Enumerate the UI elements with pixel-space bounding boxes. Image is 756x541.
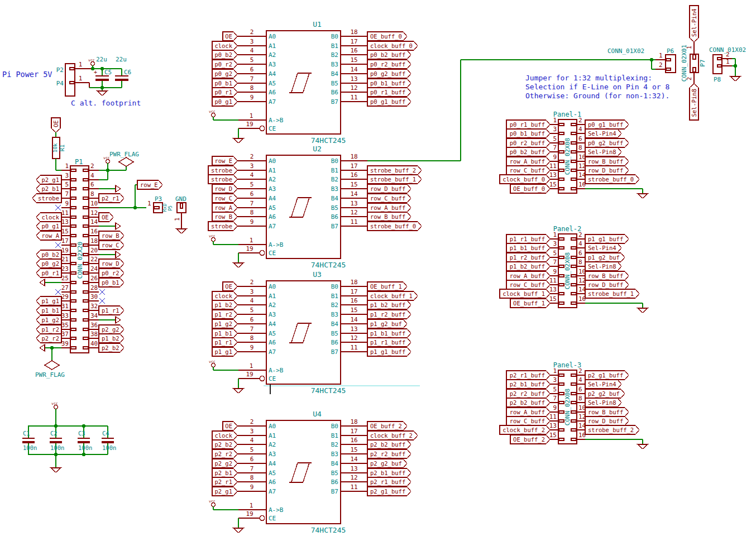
- pwr-flag-icon[interactable]: PWR_FLAG: [109, 151, 139, 166]
- net-label-p2_g1_buff[interactable]: p2_g1_buff: [585, 371, 629, 380]
- net-label-p2_g2[interactable]: p2_g2: [212, 459, 237, 468]
- net-label-p0_r1_buff[interactable]: p0_r1_buff: [367, 88, 411, 97]
- net-label-p2_g1[interactable]: p2_g1: [212, 487, 237, 496]
- net-label-row_B[interactable]: row_B: [212, 212, 237, 221]
- value-U1[interactable]: 74HCT245: [311, 136, 346, 145]
- net-label-p2_g1_buff[interactable]: p2_g1_buff: [367, 487, 411, 496]
- net-label-strobe[interactable]: strobe: [208, 222, 237, 231]
- net-label-p0_b1_buff[interactable]: p0_b1_buff: [367, 79, 411, 88]
- note-pi-power[interactable]: Pi Power 5V: [2, 70, 52, 79]
- ref-P2[interactable]: P2: [56, 66, 64, 74]
- vcc-symbol-icon[interactable]: vcc: [88, 58, 95, 69]
- net-label-p0_b2_buff[interactable]: p0_b2_buff: [506, 147, 550, 156]
- net-label-row_C_buff[interactable]: row_C_buff: [506, 416, 550, 425]
- note-jumper-3[interactable]: Otherwise: Ground (for non-1:32).: [525, 92, 669, 100]
- net-label-row_C_buff[interactable]: row_C_buff: [506, 280, 550, 289]
- gnd-symbol-icon[interactable]: [233, 263, 243, 267]
- net-label-p2_r1[interactable]: p2_r1: [99, 194, 124, 203]
- ref-C5[interactable]: C5: [104, 69, 112, 76]
- value-C5[interactable]: 22u: [96, 56, 107, 63]
- ref-U4[interactable]: U4: [313, 410, 322, 418]
- net-label-strobe_buff_0[interactable]: strobe_buff_0: [585, 175, 639, 184]
- ref-cap[interactable]: C4: [102, 430, 109, 437]
- gnd-symbol-icon[interactable]: [97, 91, 107, 95]
- net-label-OE_buff_1[interactable]: OE_buff_1: [367, 282, 407, 291]
- net-label-p0_g2_buff[interactable]: p0_g2_buff: [585, 138, 629, 147]
- net-label-OE_buff_1[interactable]: OE_buff_1: [510, 299, 550, 308]
- net-label-strobe_buff_1[interactable]: strobe_buff_1: [585, 289, 639, 298]
- vcc-symbol-icon[interactable]: vcc: [209, 499, 216, 510]
- net-label-OE[interactable]: OE: [99, 213, 113, 222]
- net-label-p2_b1_buff[interactable]: p2_b1_buff: [367, 468, 411, 477]
- cap-plate[interactable]: [102, 441, 114, 443]
- net-label-p2_b1_buff[interactable]: p2_b1_buff: [506, 380, 550, 389]
- net-label-row_D_buff[interactable]: row_D_buff: [585, 280, 629, 289]
- net-label-strobe_buff_2[interactable]: strobe_buff_2: [585, 425, 639, 434]
- net-label-p0_b1[interactable]: p0_b1: [212, 79, 237, 88]
- gnd-arrow-icon[interactable]: [116, 317, 121, 323]
- value-P5-gnd[interactable]: GND: [175, 195, 186, 203]
- value-Panel-1[interactable]: CONN_02X08: [564, 138, 571, 175]
- net-label-p0_g2[interactable]: p0_g2: [212, 69, 237, 78]
- ref-P5[interactable]: P5: [168, 205, 173, 211]
- net-label-strobe[interactable]: strobe: [32, 194, 61, 203]
- net-label-p1_g1_buff[interactable]: p1_g1_buff: [585, 234, 629, 243]
- net-label-p1_r2_buff[interactable]: p1_r2_buff: [506, 253, 550, 262]
- net-label-p1_b1_buff[interactable]: p1_b1_buff: [367, 329, 411, 338]
- vcc-symbol-icon[interactable]: vcc: [209, 234, 216, 245]
- net-label-p0_g1[interactable]: p0_g1: [36, 222, 61, 231]
- net-label-row_C[interactable]: row_C: [212, 194, 237, 203]
- net-label-row_E[interactable]: row_E: [137, 180, 162, 189]
- cap-plate[interactable]: [50, 438, 62, 439]
- gnd-symbol-icon[interactable]: [176, 229, 186, 233]
- net-label-row_A[interactable]: row_A: [36, 231, 61, 240]
- net-label-strobe_buff_2[interactable]: strobe_buff_2: [367, 166, 422, 175]
- net-label-row_E[interactable]: row_E: [212, 156, 237, 165]
- net-label-p0_r2[interactable]: p0_r2: [212, 60, 237, 69]
- value-U3[interactable]: 74HCT245: [311, 386, 346, 395]
- net-label-p2_b1[interactable]: p2_b1: [212, 468, 237, 477]
- net-label-row_A_buff[interactable]: row_A_buff: [506, 157, 550, 166]
- net-label-p2_r2[interactable]: p2_r2: [212, 449, 237, 458]
- ref-P3[interactable]: P3: [155, 195, 162, 203]
- net-label-clock[interactable]: clock: [212, 431, 237, 440]
- ref-P7[interactable]: P7: [699, 59, 706, 66]
- gnd-symbol-icon[interactable]: [638, 194, 648, 198]
- net-label-p1_r2[interactable]: p1_r2: [212, 310, 237, 319]
- value-U4[interactable]: 74HCT245: [311, 526, 346, 534]
- net-label-Sel-Pin8[interactable]: Sel-Pin8: [690, 84, 698, 120]
- vcc-symbol-icon[interactable]: vcc: [51, 401, 58, 412]
- net-label-row_D_buff[interactable]: row_D_buff: [367, 184, 411, 193]
- net-label-p0_b2[interactable]: p0_b2: [36, 250, 61, 259]
- net-label-Sel-Pin4[interactable]: Sel-Pin4: [585, 380, 621, 389]
- cap-plate[interactable]: [115, 79, 128, 81]
- net-label-p1_b1_buff[interactable]: p1_b1_buff: [506, 243, 550, 252]
- net-label-OE[interactable]: OE: [223, 282, 237, 291]
- net-label-row_A_buff[interactable]: row_A_buff: [506, 271, 550, 280]
- net-label-p1_g1[interactable]: p1_g1: [212, 347, 237, 356]
- net-label-p1_b1[interactable]: p1_b1: [212, 329, 237, 338]
- value-P6[interactable]: CONN_01X02: [607, 47, 644, 55]
- net-label-row_B_buff[interactable]: row_B_buff: [367, 212, 411, 221]
- note-jumper-2[interactable]: Selection if E-Line on Pin 4 or 8: [525, 83, 669, 91]
- net-label-p0_r1_buff[interactable]: p0_r1_buff: [506, 120, 550, 129]
- net-label-strobe_buff_0[interactable]: strobe_buff_0: [367, 222, 422, 231]
- net-label-row_D_buff[interactable]: row_D_buff: [585, 416, 629, 425]
- net-label-p0_g1_buff[interactable]: p0_g1_buff: [367, 97, 411, 106]
- net-label-row_D[interactable]: row_D: [212, 184, 237, 193]
- net-label-Sel-Pin4[interactable]: Sel-Pin4: [585, 243, 621, 252]
- value-U2[interactable]: 74HCT245: [311, 261, 346, 269]
- net-label-p1_r1[interactable]: p1_r1: [99, 306, 124, 315]
- net-label-p0_g2[interactable]: p0_g2: [36, 259, 61, 268]
- net-label-p1_g2_buf[interactable]: p1_g2_buf: [367, 319, 407, 328]
- net-label-OE_buff_0[interactable]: OE_buff_0: [510, 184, 550, 193]
- note-jumper-1[interactable]: Jumper for 1:32 multiplexing:: [525, 74, 652, 82]
- gnd-arrow-icon[interactable]: [40, 279, 45, 286]
- net-label-row_B[interactable]: row_B: [99, 231, 124, 240]
- net-label-OE[interactable]: OE: [223, 422, 237, 430]
- net-label-p1_r2[interactable]: p1_r2: [36, 325, 61, 334]
- net-label-row_C[interactable]: row_C: [99, 241, 124, 250]
- net-label-p2_b2_buff[interactable]: p2_b2_buff: [367, 440, 411, 449]
- net-label-clock_buff_2[interactable]: clock_buff_2: [367, 431, 418, 440]
- gnd-symbol-icon[interactable]: [730, 76, 740, 81]
